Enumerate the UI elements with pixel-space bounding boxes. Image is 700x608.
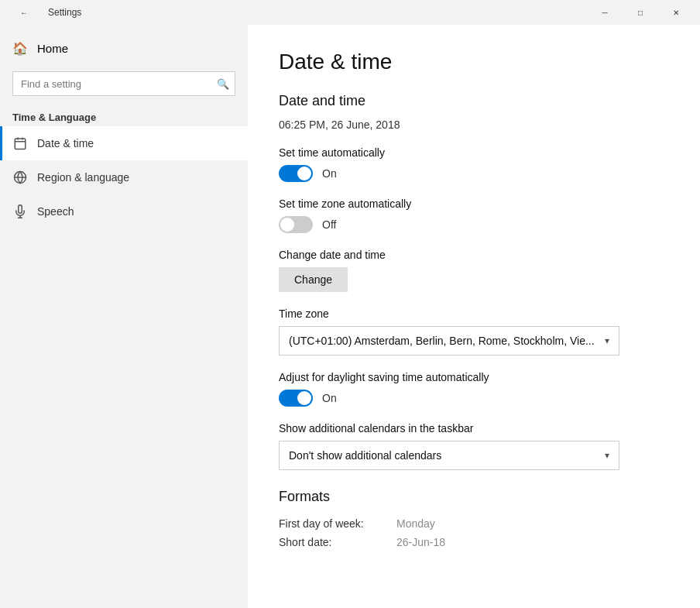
search-box: 🔍 (12, 71, 235, 96)
formats-title: Formats (279, 489, 669, 505)
short-date-value: 26-Jun-18 (396, 536, 445, 548)
region-icon (12, 170, 28, 185)
set-time-auto-row: On (279, 165, 669, 182)
titlebar: ← Settings ─ □ ✕ (0, 0, 700, 25)
speech-icon (12, 204, 28, 219)
daylight-label: Adjust for daylight saving time automati… (279, 371, 669, 383)
sidebar-section-title: Time & Language (0, 102, 248, 126)
page-title: Date & time (279, 50, 669, 74)
date-time-icon (12, 136, 28, 151)
set-timezone-auto-state: Off (322, 218, 336, 231)
calendars-value: Don't show additional calendars (289, 449, 441, 462)
svg-rect-0 (15, 139, 26, 149)
set-time-auto-label: Set time automatically (279, 146, 669, 159)
set-timezone-auto-label: Set time zone automatically (279, 198, 669, 210)
first-day-row: First day of week: Monday (279, 517, 669, 530)
toggle-knob-tz (280, 218, 294, 232)
sidebar-item-label-date-time: Date & time (37, 137, 94, 149)
daylight-toggle[interactable] (279, 390, 313, 407)
set-timezone-auto-row: Off (279, 216, 669, 233)
timezone-dropdown-wrapper: (UTC+01:00) Amsterdam, Berlin, Bern, Rom… (279, 326, 669, 356)
timezone-dropdown-arrow: ▾ (605, 335, 609, 346)
additional-calendars-label: Show additional calendars in the taskbar (279, 422, 669, 435)
calendars-dropdown-arrow: ▾ (605, 450, 609, 461)
sidebar-item-region-language[interactable]: Region & language (0, 160, 248, 194)
formats-section: Formats First day of week: Monday Short … (279, 489, 669, 548)
current-datetime: 06:25 PM, 26 June, 2018 (279, 119, 669, 131)
timezone-dropdown[interactable]: (UTC+01:00) Amsterdam, Berlin, Bern, Rom… (279, 326, 619, 356)
sidebar: 🏠 Home 🔍 Time & Language Date & time (0, 25, 248, 608)
calendars-dropdown[interactable]: Don't show additional calendars ▾ (279, 441, 619, 470)
back-button[interactable]: ← (6, 0, 42, 25)
section-date-time-title: Date and time (279, 93, 669, 109)
change-date-label: Change date and time (279, 249, 669, 261)
timezone-label: Time zone (279, 307, 669, 320)
close-button[interactable]: ✕ (658, 0, 694, 25)
set-time-auto-toggle[interactable] (279, 165, 313, 182)
first-day-label: First day of week: (279, 517, 387, 530)
set-time-auto-state: On (322, 167, 337, 180)
timezone-value: (UTC+01:00) Amsterdam, Berlin, Bern, Rom… (289, 335, 595, 347)
search-icon: 🔍 (217, 78, 229, 90)
sidebar-item-home[interactable]: 🏠 Home (0, 31, 248, 65)
content-area: Date & time Date and time 06:25 PM, 26 J… (248, 25, 700, 608)
maximize-button[interactable]: □ (623, 0, 658, 25)
home-label: Home (37, 42, 68, 55)
toggle-knob (297, 167, 311, 180)
titlebar-title: Settings (48, 7, 81, 18)
minimize-button[interactable]: ─ (587, 0, 623, 25)
sidebar-item-label-speech: Speech (37, 205, 74, 218)
titlebar-controls: ─ □ ✕ (587, 0, 694, 25)
daylight-row: On (279, 390, 669, 407)
sidebar-item-speech[interactable]: Speech (0, 194, 248, 228)
sidebar-item-date-time[interactable]: Date & time (0, 126, 248, 160)
change-button[interactable]: Change (279, 267, 348, 292)
sidebar-item-label-region: Region & language (37, 171, 129, 184)
daylight-state: On (322, 392, 337, 404)
toggle-knob-daylight (297, 391, 311, 405)
short-date-label: Short date: (279, 536, 387, 548)
home-icon: 🏠 (12, 40, 28, 56)
set-timezone-auto-toggle[interactable] (279, 216, 313, 233)
first-day-value: Monday (396, 517, 435, 530)
titlebar-left: ← Settings (6, 0, 81, 25)
short-date-row: Short date: 26-Jun-18 (279, 536, 669, 548)
app-body: 🏠 Home 🔍 Time & Language Date & time (0, 25, 700, 608)
calendars-dropdown-wrapper: Don't show additional calendars ▾ (279, 441, 669, 470)
search-input[interactable] (12, 71, 235, 96)
